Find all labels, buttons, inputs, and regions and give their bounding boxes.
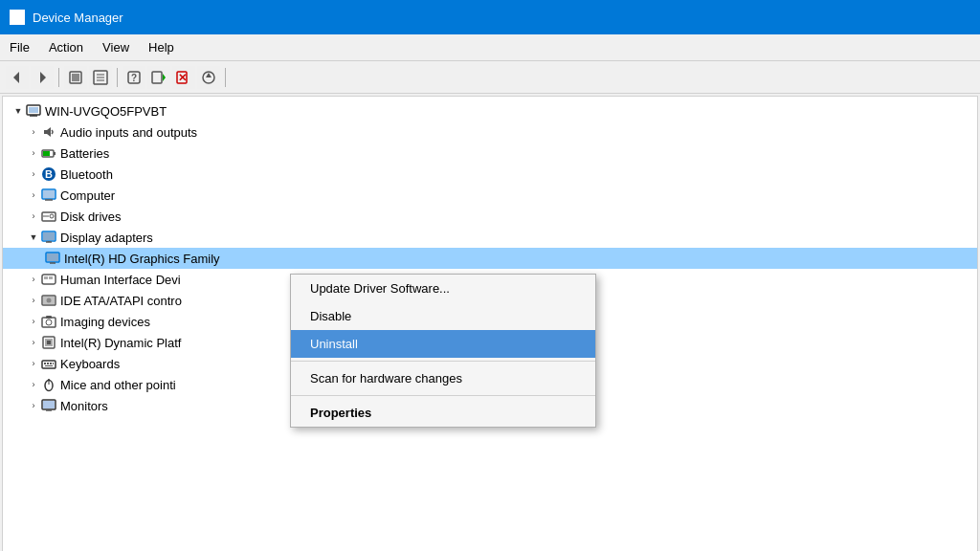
mice-arrow: › — [26, 377, 41, 392]
menu-file[interactable]: File — [0, 38, 39, 56]
scan-button[interactable] — [147, 66, 170, 89]
sep1 — [58, 68, 59, 87]
ide-label: IDE ATA/ATAPI contro — [60, 294, 182, 308]
hid-label: Human Interface Devi — [60, 273, 181, 287]
svg-rect-13 — [152, 72, 162, 83]
sep2 — [117, 68, 118, 87]
monitors-label: Monitors — [60, 399, 108, 413]
svg-point-33 — [50, 214, 54, 218]
intel-graphics-label: Intel(R) HD Graphics Family — [64, 252, 220, 266]
svg-point-47 — [47, 298, 52, 303]
hid-icon — [41, 272, 56, 287]
svg-text:?: ? — [131, 73, 137, 83]
tree-audio[interactable]: › Audio inputs and outputs — [3, 121, 977, 143]
svg-rect-64 — [43, 401, 55, 408]
svg-rect-26 — [54, 152, 56, 155]
batteries-label: Batteries — [60, 146, 109, 161]
svg-marker-23 — [44, 127, 51, 137]
list-button[interactable] — [89, 66, 112, 89]
svg-rect-58 — [53, 363, 54, 364]
svg-rect-1 — [14, 14, 20, 19]
disk-arrow: › — [26, 209, 41, 224]
menu-help[interactable]: Help — [139, 38, 184, 56]
toolbar: ? ✕ — [0, 61, 980, 94]
context-uninstall[interactable]: Uninstall — [291, 330, 595, 358]
tree-root[interactable]: ▼ WIN-UVGQO5FPVBT — [3, 100, 977, 121]
tree-computer[interactable]: › Computer — [3, 185, 977, 206]
root-label: WIN-UVGQO5FPVBT — [45, 104, 167, 119]
svg-rect-36 — [43, 232, 55, 240]
help-button[interactable]: ? — [122, 66, 145, 89]
update-button[interactable] — [197, 66, 220, 89]
menu-action[interactable]: Action — [39, 38, 93, 56]
tree-disk[interactable]: › Disk drives — [3, 206, 977, 227]
sep3 — [225, 68, 226, 87]
context-separator — [291, 361, 595, 362]
display-icon — [41, 230, 56, 245]
audio-label: Audio inputs and outputs — [60, 125, 197, 140]
svg-rect-20 — [29, 107, 38, 113]
ide-arrow: › — [26, 293, 41, 308]
tree-bluetooth[interactable]: › B Bluetooth — [3, 164, 977, 185]
intel-platform-label: Intel(R) Dynamic Platf — [60, 336, 181, 350]
disk-icon — [41, 209, 56, 224]
computer-icon — [41, 187, 56, 203]
svg-rect-53 — [47, 341, 51, 344]
back-button[interactable] — [6, 66, 29, 89]
title-bar: Device Manager — [0, 0, 980, 34]
svg-rect-43 — [44, 276, 48, 279]
intel-graphics-icon — [45, 251, 60, 266]
svg-rect-56 — [47, 363, 49, 364]
tree-intel-graphics[interactable]: Intel(R) HD Graphics Family — [3, 248, 977, 269]
svg-rect-44 — [49, 276, 53, 279]
tree-display[interactable]: ▼ Display adapters — [3, 227, 977, 248]
window-title: Device Manager — [33, 11, 123, 25]
svg-rect-30 — [43, 190, 55, 198]
svg-rect-57 — [50, 363, 52, 364]
computer-label: Computer — [60, 188, 115, 203]
svg-rect-40 — [47, 253, 58, 261]
intel-platform-arrow: › — [26, 335, 41, 350]
disk-label: Disk drives — [60, 209, 122, 224]
svg-text:B: B — [45, 168, 53, 180]
keyboards-arrow: › — [26, 356, 41, 371]
context-properties[interactable]: Properties — [291, 399, 595, 427]
ide-icon — [41, 293, 56, 308]
menu-bar: File Action View Help — [0, 34, 980, 61]
root-arrow: ▼ — [11, 103, 26, 119]
context-update-driver[interactable]: Update Driver Software... — [291, 275, 595, 302]
tree-batteries[interactable]: › Batteries — [3, 143, 977, 164]
context-menu: Update Driver Software... Disable Uninst… — [290, 274, 596, 428]
imaging-arrow: › — [26, 314, 41, 329]
root-icon — [26, 103, 41, 119]
context-disable[interactable]: Disable — [291, 302, 595, 330]
audio-arrow: › — [26, 124, 41, 140]
context-scan-hardware[interactable]: Scan for hardware changes — [291, 364, 595, 392]
bluetooth-label: Bluetooth — [60, 167, 113, 182]
batteries-arrow: › — [26, 145, 41, 161]
svg-text:✕: ✕ — [178, 72, 187, 83]
svg-marker-18 — [206, 73, 212, 77]
svg-point-49 — [46, 320, 52, 325]
intel-platform-icon — [41, 335, 56, 350]
properties-button[interactable] — [64, 66, 87, 89]
main-content: ▼ WIN-UVGQO5FPVBT › Audio inp — [2, 96, 978, 551]
svg-rect-6 — [72, 74, 79, 81]
hid-arrow: › — [26, 272, 41, 287]
monitor-icon — [41, 398, 56, 413]
bluetooth-icon: B — [41, 166, 56, 182]
app-icon — [10, 10, 25, 25]
monitors-arrow: › — [26, 398, 41, 413]
context-separator2 — [291, 395, 595, 396]
svg-point-62 — [48, 379, 50, 381]
display-label: Display adapters — [60, 231, 153, 245]
svg-marker-4 — [40, 72, 46, 83]
bluetooth-arrow: › — [26, 166, 41, 182]
remove-button[interactable]: ✕ — [172, 66, 195, 89]
display-arrow: ▼ — [26, 230, 41, 245]
imaging-label: Imaging devices — [60, 315, 150, 329]
keyboards-label: Keyboards — [60, 357, 120, 371]
mice-icon — [41, 377, 56, 392]
forward-button[interactable] — [31, 66, 54, 89]
menu-view[interactable]: View — [93, 38, 139, 56]
